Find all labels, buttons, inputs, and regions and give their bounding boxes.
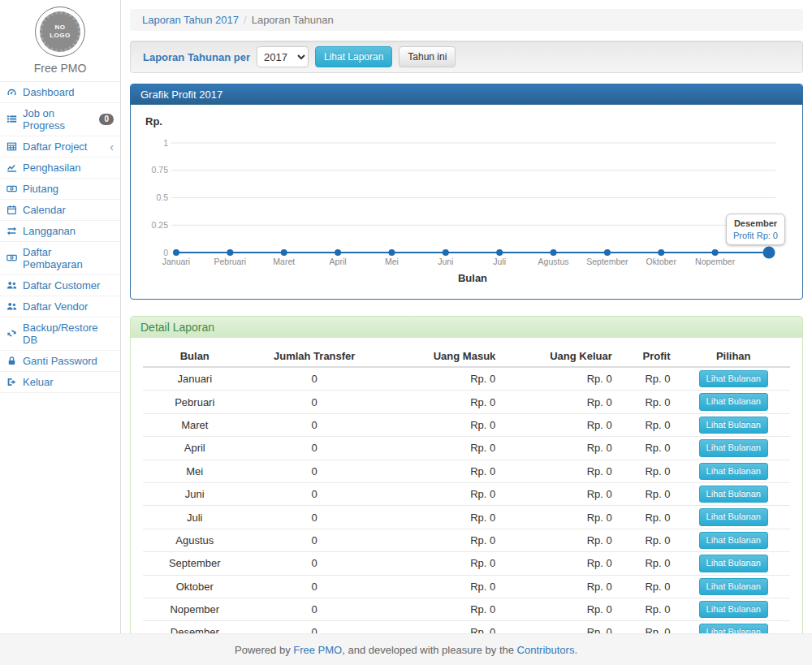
svg-text:Pebruari: Pebruari — [214, 257, 247, 266]
sidebar-item-langganan[interactable]: Langganan — [0, 221, 120, 242]
lihat-bulanan-button-nopember[interactable]: Lihat Bulanan — [699, 601, 768, 618]
sidebar-item-daftar-project[interactable]: Daftar Project‹ — [0, 136, 120, 158]
lihat-bulanan-button-september[interactable]: Lihat Bulanan — [699, 555, 768, 572]
chart-point-desember[interactable] — [763, 247, 775, 259]
lihat-bulanan-button-oktober[interactable]: Lihat Bulanan — [699, 578, 768, 595]
chart-point-mei[interactable] — [388, 249, 395, 256]
chart-point-juni[interactable] — [443, 249, 449, 256]
cell-bulan: Agustus — [143, 529, 247, 551]
cell-keluar: Rp. 0 — [502, 367, 618, 391]
breadcrumb: Laporan Tahun 2017/Laporan Tahunan — [130, 9, 803, 31]
cell-action: Lihat Bulanan — [676, 391, 790, 413]
chart-point-pebruari[interactable] — [227, 249, 233, 256]
cell-profit: Rp. 0 — [619, 367, 677, 391]
chart-point-april[interactable] — [335, 249, 341, 256]
sidebar-item-label: Penghasilan — [23, 162, 81, 174]
lihat-bulanan-button-pebruari[interactable]: Lihat Bulanan — [699, 393, 768, 410]
tasks-icon — [6, 114, 18, 125]
breadcrumb-link-laporan-tahun[interactable]: Laporan Tahun 2017 — [142, 14, 239, 26]
sidebar-item-dashboard[interactable]: Dashboard — [0, 82, 120, 103]
cell-bulan: Juni — [143, 482, 247, 505]
cell-bulan: Januari — [143, 367, 247, 391]
cell-action: Lihat Bulanan — [676, 598, 790, 620]
cell-transfer: 0 — [247, 413, 382, 436]
table-row-nopember: Nopember0Rp. 0Rp. 0Rp. 0Lihat Bulanan — [143, 598, 790, 620]
cell-action: Lihat Bulanan — [676, 460, 790, 482]
cell-bulan: Oktober — [143, 575, 247, 598]
cell-masuk: Rp. 0 — [382, 391, 502, 413]
chart-point-agustus[interactable] — [551, 249, 557, 256]
lihat-bulanan-button-april[interactable]: Lihat Bulanan — [699, 439, 768, 456]
sidebar-item-piutang[interactable]: Piutang — [0, 179, 120, 200]
cell-action: Lihat Bulanan — [676, 367, 790, 391]
chart-point-oktober[interactable] — [658, 249, 664, 256]
chart-point-september[interactable] — [604, 249, 611, 256]
chart-point-nopember[interactable] — [712, 249, 719, 256]
cell-action: Lihat Bulanan — [676, 437, 790, 460]
cell-keluar: Rp. 0 — [502, 437, 618, 460]
svg-text:Agustus: Agustus — [538, 257, 569, 266]
lihat-bulanan-button-juli[interactable]: Lihat Bulanan — [699, 508, 768, 525]
cell-keluar: Rp. 0 — [502, 598, 618, 620]
sidebar-item-daftar-pembayaran[interactable]: Daftar Pembayaran — [0, 242, 120, 275]
page-footer: Powered by Free PMO, and developed with … — [0, 633, 812, 665]
svg-text:1: 1 — [163, 138, 168, 148]
sidebar-item-backup-restore-db[interactable]: Backup/Restore DB — [0, 317, 120, 351]
sidebar-item-label: Job on Progress — [23, 107, 94, 132]
sidebar-item-penghasilan[interactable]: Penghasilan — [0, 158, 120, 179]
year-select[interactable]: 2017 — [257, 46, 309, 67]
sidebar-item-calendar[interactable]: Calendar — [0, 200, 120, 221]
cell-masuk: Rp. 0 — [382, 575, 502, 598]
table-row-agustus: Agustus0Rp. 0Rp. 0Rp. 0Lihat Bulanan — [143, 529, 790, 551]
exchange-icon — [6, 226, 18, 237]
svg-text:September: September — [586, 257, 628, 266]
year-filter-form: Laporan Tahunan per 2017 Lihat Laporan T… — [130, 41, 803, 73]
table-row-september: September0Rp. 0Rp. 0Rp. 0Lihat Bulanan — [143, 552, 790, 575]
sidebar-item-daftar-vendor[interactable]: Daftar Vendor — [0, 296, 120, 317]
chart-point-maret[interactable] — [281, 249, 287, 256]
lihat-bulanan-button-juni[interactable]: Lihat Bulanan — [699, 486, 768, 503]
cell-profit: Rp. 0 — [619, 391, 677, 413]
jobs-count-badge: 0 — [99, 114, 114, 125]
cell-transfer: 0 — [247, 391, 382, 413]
cell-profit: Rp. 0 — [619, 482, 677, 505]
svg-text:Juli: Juli — [493, 257, 506, 266]
cell-profit: Rp. 0 — [619, 575, 677, 598]
cell-masuk: Rp. 0 — [382, 460, 502, 482]
cell-action: Lihat Bulanan — [676, 529, 790, 551]
column-header-jumlah-transfer: Jumlah Transfer — [247, 346, 382, 367]
tahun-ini-button[interactable]: Tahun ini — [399, 46, 456, 68]
users-icon — [6, 301, 18, 313]
sidebar-item-keluar[interactable]: Keluar — [0, 372, 120, 393]
chart-point-juli[interactable] — [496, 249, 503, 256]
footer-text: Powered by Free PMO, and developed with … — [235, 644, 577, 656]
sidebar-item-label: Daftar Vendor — [23, 300, 88, 313]
table-row-pebruari: Pebruari0Rp. 0Rp. 0Rp. 0Lihat Bulanan — [143, 391, 790, 413]
lihat-bulanan-button-januari[interactable]: Lihat Bulanan — [699, 370, 768, 387]
cell-transfer: 0 — [247, 460, 382, 482]
profit-line-chart: Rp.10.750.50.250JanuariPebruariMaretApri… — [139, 113, 793, 288]
cell-bulan: Pebruari — [143, 391, 247, 413]
cell-keluar: Rp. 0 — [502, 506, 618, 529]
sidebar-item-daftar-customer[interactable]: Daftar Customer — [0, 275, 120, 296]
chevron-left-icon: ‹ — [110, 141, 114, 153]
sidebar-item-label: Daftar Project — [23, 140, 87, 153]
sidebar-item-job-on-progress[interactable]: Job on Progress0 — [0, 103, 120, 136]
chart-point-januari[interactable] — [173, 249, 179, 256]
lihat-bulanan-button-mei[interactable]: Lihat Bulanan — [699, 463, 768, 480]
svg-text:Bulan: Bulan — [458, 272, 487, 284]
footer-link-free-pmo[interactable]: Free PMO — [293, 644, 342, 656]
cell-masuk: Rp. 0 — [382, 413, 502, 436]
sidebar-item-ganti-password[interactable]: Ganti Password — [0, 351, 120, 372]
cell-bulan: Juli — [143, 506, 247, 529]
footer-link-contributors[interactable]: Contributors. — [517, 644, 577, 656]
lihat-bulanan-button-agustus[interactable]: Lihat Bulanan — [699, 532, 768, 549]
lihat-laporan-button[interactable]: Lihat Laporan — [315, 46, 392, 68]
cell-transfer: 0 — [247, 575, 382, 598]
brand-name: Free PMO — [0, 62, 120, 75]
svg-text:Juni: Juni — [438, 257, 453, 266]
app-window: NO LOGO Free PMO DashboardJob on Progres… — [0, 0, 812, 665]
svg-text:Rp.: Rp. — [145, 115, 162, 127]
lihat-bulanan-button-maret[interactable]: Lihat Bulanan — [699, 417, 768, 434]
cell-transfer: 0 — [247, 529, 382, 551]
